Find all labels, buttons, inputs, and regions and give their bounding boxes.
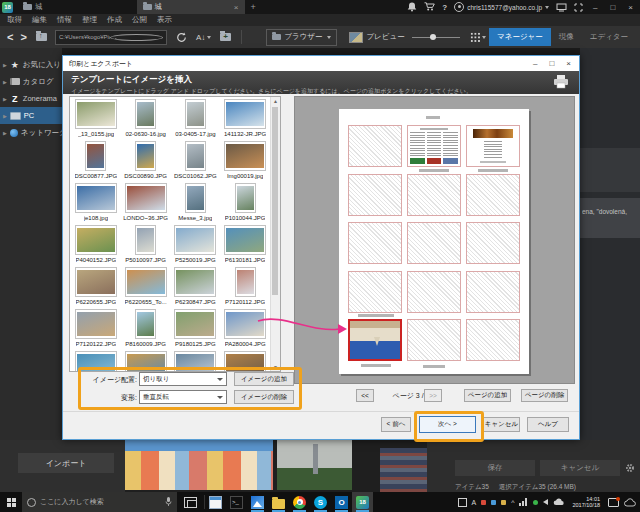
dialog-minimize-button[interactable]: – <box>533 59 537 68</box>
cart-icon[interactable] <box>424 2 435 12</box>
taskbar-app-skype-icon[interactable]: S <box>310 492 331 512</box>
new-tab-button[interactable]: + <box>251 2 256 12</box>
thumbnail-item-partial[interactable] <box>121 351 171 371</box>
slider-handle[interactable] <box>430 34 436 40</box>
template-cell-photo-flipped[interactable] <box>348 319 402 361</box>
sidebar-item-PC[interactable]: ▶PC <box>0 107 62 124</box>
bell-icon[interactable] <box>407 2 417 12</box>
help-icon[interactable]: ? <box>442 3 447 12</box>
thumbnail-item[interactable]: P8160009.JPG <box>121 309 171 351</box>
thumbnail-item[interactable]: 141132-JR.JPG <box>220 99 270 141</box>
prev-page-button[interactable]: << <box>356 389 374 402</box>
tray-app-icon[interactable] <box>491 500 496 505</box>
cancel-button[interactable]: キャンセル <box>483 417 520 432</box>
scroll-up-icon[interactable]: ▲ <box>273 98 278 104</box>
sidebar-item-Zonerama[interactable]: ▶ZZonerama <box>0 90 62 107</box>
menubar-item[interactable]: 編集 <box>27 15 52 25</box>
transform-select[interactable]: 垂直反転 <box>139 390 227 404</box>
task-view-button[interactable] <box>184 497 197 508</box>
mic-icon[interactable] <box>165 497 172 507</box>
save-button[interactable]: 保存 <box>455 460 535 476</box>
taskbar-app-outlook-icon[interactable]: O <box>331 492 352 512</box>
onedrive-cloud-icon[interactable] <box>624 498 636 507</box>
menubar-item[interactable]: 整理 <box>77 15 102 25</box>
thumbnail-item[interactable]: P7120112.JPG <box>220 267 270 309</box>
tray-status-icon[interactable] <box>533 500 538 505</box>
forward-button[interactable]: > <box>20 31 26 43</box>
network-icon[interactable] <box>519 498 528 506</box>
template-cell-placeholder[interactable] <box>348 222 402 264</box>
tab-pinned[interactable]: 城 <box>17 0 49 14</box>
thumbnail-item-partial[interactable] <box>171 351 221 371</box>
thumbnail-item[interactable]: P6130181.JPG <box>220 225 270 267</box>
notification-center-icon[interactable] <box>608 498 619 507</box>
thumbnail-item[interactable]: P9180125.JPG <box>171 309 221 351</box>
back-button[interactable]: < <box>7 31 13 43</box>
taskbar-app-photos-icon[interactable] <box>247 492 268 512</box>
help-button[interactable]: ヘルプ <box>527 417 569 432</box>
thumbnail-item[interactable]: P6230847.JPG <box>171 267 221 309</box>
add-image-button[interactable]: イメージの追加 <box>234 372 294 386</box>
dialog-close-button[interactable]: × <box>566 59 571 68</box>
fullscreen-icon[interactable] <box>574 3 583 12</box>
thumbnail-item-partial[interactable] <box>220 351 270 371</box>
remove-page-button[interactable]: ページの削除 <box>521 389 568 402</box>
template-cell-placeholder[interactable] <box>466 174 520 216</box>
image-placement-select[interactable]: 切り取り <box>139 372 227 386</box>
refresh-icon[interactable] <box>176 32 187 43</box>
thumbnail-item[interactable]: DSC00877.JPG <box>71 141 121 183</box>
menubar-item[interactable]: 情報 <box>52 15 77 25</box>
thumbnail-item[interactable]: Messe_3.jpg <box>171 183 221 225</box>
sidebar-item-お気に入り[interactable]: ▶★お気に入り <box>0 56 62 73</box>
menubar-item[interactable]: 表示 <box>152 15 177 25</box>
thumbnail-item-partial[interactable] <box>71 351 121 371</box>
thumbnail-item[interactable]: P1010044.JPG <box>220 183 270 225</box>
thumbnail-item[interactable]: Img00019.jpg <box>220 141 270 183</box>
thumbnail-item[interactable]: LONDO~36.JPG <box>121 183 171 225</box>
taskbar-app-folder-icon[interactable] <box>268 492 289 512</box>
window-maximize-button[interactable]: □ <box>607 3 618 12</box>
next-page-button[interactable]: >> <box>424 389 442 402</box>
dialog-maximize-button[interactable]: □ <box>549 59 554 68</box>
template-cell-placeholder[interactable] <box>466 319 520 361</box>
window-close-button[interactable]: × <box>625 3 636 12</box>
window-minimize-button[interactable]: – <box>590 3 600 12</box>
template-cell-placeholder[interactable] <box>466 271 520 313</box>
remove-image-button[interactable]: イメージの削除 <box>234 390 294 404</box>
speaker-icon[interactable] <box>543 499 548 505</box>
taskbar-clock[interactable]: 14:01 2017/10/18 <box>572 496 600 509</box>
tray-expand-icon[interactable]: ^ <box>511 499 514 506</box>
sidebar-item-カタログ[interactable]: ▶カタログ <box>0 73 62 90</box>
thumbnail-item[interactable]: DSC00890.JPG <box>121 141 171 183</box>
thumbnail-item[interactable]: je108.jpg <box>71 183 121 225</box>
cancel-button[interactable]: キャンセル <box>540 460 620 476</box>
thumbnail-item[interactable]: P7120122.JPG <box>71 309 121 351</box>
template-cell-placeholder[interactable] <box>348 174 402 216</box>
thumbnail-item[interactable]: P6220655_To... <box>121 267 171 309</box>
browser-button[interactable]: ブラウザー <box>266 29 337 46</box>
thumbnail-size-slider[interactable] <box>412 37 460 38</box>
gear-icon[interactable] <box>625 463 635 473</box>
template-cell-placeholder[interactable] <box>407 271 461 313</box>
folder-up-icon[interactable] <box>36 33 47 41</box>
scrollbar-thumb[interactable] <box>272 107 278 295</box>
thumbnail-item[interactable]: P4040152.JPG <box>71 225 121 267</box>
thumbnail-item[interactable]: P5250019.JPG <box>171 225 221 267</box>
template-cell-placeholder[interactable] <box>407 319 461 361</box>
template-cell-document[interactable] <box>407 125 461 167</box>
ime-letter-icon[interactable]: A <box>472 499 477 506</box>
thumbnail-item[interactable]: 02-0630-16.jpg <box>121 99 171 141</box>
scroll-down-icon[interactable]: ▼ <box>273 364 278 370</box>
template-page[interactable] <box>339 109 529 374</box>
sort-icon[interactable]: A↓ <box>196 33 211 42</box>
next-button[interactable]: 次へ > <box>419 416 476 433</box>
new-folder-icon[interactable] <box>220 33 231 41</box>
cloud-icon[interactable] <box>553 498 564 506</box>
template-cell-placeholder[interactable] <box>407 174 461 216</box>
import-button[interactable]: インポート <box>18 453 114 473</box>
thumbnail-item[interactable]: _13_0155.jpg <box>71 99 121 141</box>
start-button[interactable] <box>0 492 22 512</box>
tab-close-icon[interactable]: × <box>234 3 239 12</box>
template-cell-document[interactable] <box>466 125 520 167</box>
menubar-item[interactable]: 作成 <box>102 15 127 25</box>
